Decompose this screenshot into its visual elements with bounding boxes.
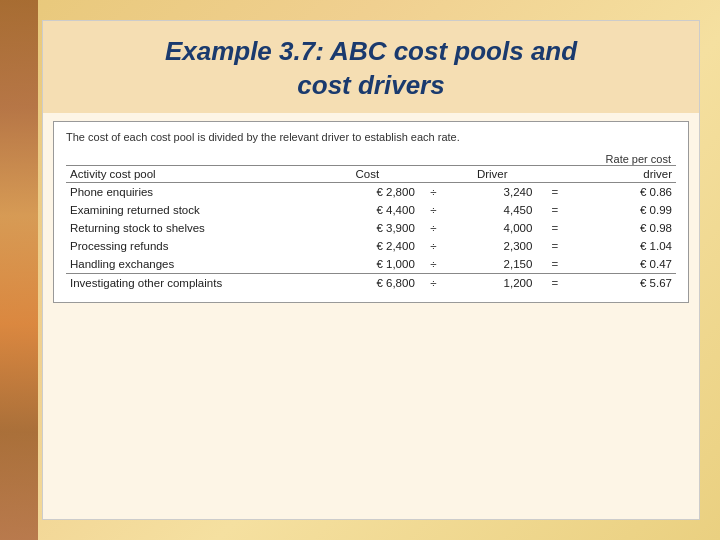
cell-activity: Returning stock to shelves <box>66 219 316 237</box>
content-area: The cost of each cost pool is divided by… <box>53 121 689 303</box>
cell-activity: Examining returned stock <box>66 201 316 219</box>
cell-eq: = <box>536 201 573 219</box>
table-row: Handling exchanges € 1,000 ÷ 2,150 = € 0… <box>66 255 676 274</box>
cell-rate: € 0.99 <box>573 201 676 219</box>
cell-div: ÷ <box>419 237 448 255</box>
cell-activity: Processing refunds <box>66 237 316 255</box>
col-header-eq <box>536 165 573 182</box>
table-row: Investigating other complaints € 6,800 ÷… <box>66 273 676 292</box>
cell-rate: € 0.86 <box>573 182 676 201</box>
cell-div: ÷ <box>419 219 448 237</box>
cell-driver: 4,450 <box>448 201 536 219</box>
cell-driver: 2,150 <box>448 255 536 274</box>
title-section: Example 3.7: ABC cost pools and cost dri… <box>43 21 699 113</box>
cell-driver: 2,300 <box>448 237 536 255</box>
cell-div: ÷ <box>419 201 448 219</box>
slide-title: Example 3.7: ABC cost pools and cost dri… <box>63 35 679 103</box>
cell-activity: Investigating other complaints <box>66 273 316 292</box>
cell-cost: € 1,000 <box>316 255 419 274</box>
title-line1: Example 3.7: ABC cost pools and <box>165 36 577 66</box>
cell-cost: € 4,400 <box>316 201 419 219</box>
cell-cost: € 6,800 <box>316 273 419 292</box>
cell-eq: = <box>536 237 573 255</box>
cell-driver: 4,000 <box>448 219 536 237</box>
cell-rate: € 1.04 <box>573 237 676 255</box>
bottom-space <box>43 313 699 493</box>
col-header-driver: Driver <box>448 165 536 182</box>
table-body: Phone enquiries € 2,800 ÷ 3,240 = € 0.86… <box>66 182 676 292</box>
cell-activity: Handling exchanges <box>66 255 316 274</box>
col-header-activity: Activity cost pool <box>66 165 316 182</box>
col-header-cost: Cost <box>316 165 419 182</box>
col-header-div <box>419 165 448 182</box>
rate-header: Rate per cost <box>66 153 676 165</box>
cell-driver: 3,240 <box>448 182 536 201</box>
cell-div: ÷ <box>419 255 448 274</box>
slide-container: Example 3.7: ABC cost pools and cost dri… <box>42 20 700 520</box>
table-row: Returning stock to shelves € 3,900 ÷ 4,0… <box>66 219 676 237</box>
cell-cost: € 2,800 <box>316 182 419 201</box>
cell-div: ÷ <box>419 182 448 201</box>
table-row: Examining returned stock € 4,400 ÷ 4,450… <box>66 201 676 219</box>
cell-cost: € 3,900 <box>316 219 419 237</box>
cell-eq: = <box>536 182 573 201</box>
col-header-rate: driver <box>573 165 676 182</box>
table-header-row: Activity cost pool Cost Driver driver <box>66 165 676 182</box>
left-decoration <box>0 0 38 540</box>
cell-rate: € 5.67 <box>573 273 676 292</box>
cell-cost: € 2,400 <box>316 237 419 255</box>
cost-pools-table: Activity cost pool Cost Driver driver Ph… <box>66 165 676 292</box>
table-row: Phone enquiries € 2,800 ÷ 3,240 = € 0.86 <box>66 182 676 201</box>
cell-rate: € 0.47 <box>573 255 676 274</box>
cell-eq: = <box>536 219 573 237</box>
table-row: Processing refunds € 2,400 ÷ 2,300 = € 1… <box>66 237 676 255</box>
subtitle-text: The cost of each cost pool is divided by… <box>66 130 676 145</box>
cell-activity: Phone enquiries <box>66 182 316 201</box>
cell-div: ÷ <box>419 273 448 292</box>
cell-eq: = <box>536 273 573 292</box>
cell-driver: 1,200 <box>448 273 536 292</box>
cell-eq: = <box>536 255 573 274</box>
cell-rate: € 0.98 <box>573 219 676 237</box>
title-line2: cost drivers <box>297 70 444 100</box>
